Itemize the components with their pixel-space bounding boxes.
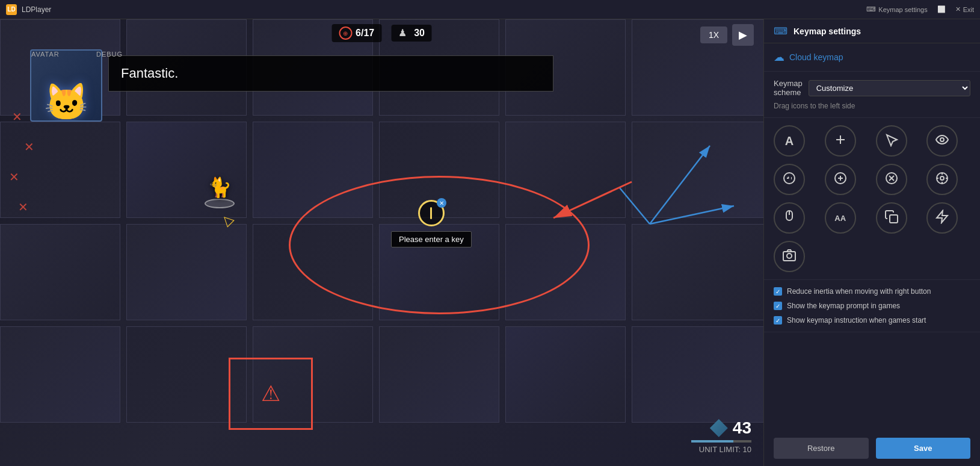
title-bar-left: LD LDPlayer bbox=[6, 4, 51, 15]
checkbox-3-check: ✓ bbox=[775, 317, 780, 324]
text-aa-icon-btn[interactable]: AA bbox=[825, 202, 856, 234]
hand-icon-btn[interactable] bbox=[825, 164, 856, 195]
checkbox-row-3[interactable]: ✓ Show keymap instruction when games sta… bbox=[774, 316, 970, 325]
copy-icon bbox=[884, 210, 899, 227]
plus-icon-btn[interactable] bbox=[825, 125, 856, 157]
scheme-select[interactable]: Customize bbox=[809, 80, 970, 96]
keymap-scheme-section: Keymapscheme Customize Drag icons to the… bbox=[764, 72, 980, 118]
plus-icon bbox=[833, 132, 848, 150]
keymap-settings-title: ⌨ Keymap settings bbox=[866, 5, 927, 13]
checkbox-2-check: ✓ bbox=[775, 303, 780, 309]
exit-icon: ✕ bbox=[955, 5, 961, 13]
panel-footer: Restore Save bbox=[764, 430, 980, 466]
keymap-icon: ⌨ bbox=[866, 5, 876, 13]
checkbox-3[interactable]: ✓ bbox=[774, 316, 782, 325]
enemy-icon: ⊕ bbox=[339, 26, 352, 40]
scheme-row: Keymapscheme Customize bbox=[774, 79, 970, 97]
char-base bbox=[205, 199, 235, 208]
lightning-icon-btn[interactable] bbox=[926, 202, 958, 234]
score-icon: ♟ bbox=[398, 27, 410, 39]
enemy-counter: ⊕ 6/17 bbox=[331, 24, 381, 42]
key-circle-inner bbox=[430, 207, 432, 219]
checkbox-1[interactable]: ✓ bbox=[774, 287, 782, 296]
title-bar-right: ⌨ Keymap settings ⬜ ✕ Exit bbox=[866, 5, 974, 13]
key-close-btn[interactable]: ✕ bbox=[437, 198, 446, 208]
dialogue-box: Fantastic. bbox=[108, 55, 553, 92]
portrait-bg: 🐱 bbox=[30, 49, 102, 122]
svg-point-26 bbox=[787, 253, 792, 258]
gamepad-icon bbox=[782, 171, 797, 188]
checkbox-row-2[interactable]: ✓ Show the keymap prompt in games bbox=[774, 302, 970, 310]
svg-point-10 bbox=[784, 173, 795, 184]
mouse-icon bbox=[782, 210, 797, 227]
cost-bar-fill bbox=[691, 440, 733, 443]
hud-top: ⊕ 6/17 ♟ 30 bbox=[331, 24, 432, 42]
cursor-icon bbox=[884, 132, 899, 150]
cross-swords-icon bbox=[884, 171, 899, 188]
key-prompt-label: Please enter a key bbox=[391, 231, 472, 247]
eye-icon-btn[interactable] bbox=[926, 125, 958, 157]
svg-marker-24 bbox=[937, 211, 948, 223]
cost-bar bbox=[691, 440, 751, 443]
cloud-keymap-section: ☁ Cloud keymap bbox=[764, 43, 980, 72]
restore-button[interactable]: Restore bbox=[774, 438, 869, 459]
checkbox-1-check: ✓ bbox=[775, 288, 780, 295]
speed-1x-btn[interactable]: 1X bbox=[700, 26, 727, 43]
camera-icon-btn[interactable] bbox=[774, 241, 805, 272]
checkbox-row-1[interactable]: ✓ Reduce inertia when moving with right … bbox=[774, 287, 970, 296]
cursor-icon-btn[interactable] bbox=[876, 125, 907, 157]
cloud-keymap-btn[interactable]: ☁ Cloud keymap bbox=[774, 51, 970, 64]
map-character: 🐈 bbox=[205, 176, 235, 208]
exit-btn[interactable]: ✕ Exit bbox=[955, 5, 974, 13]
red-cross-1: ✕ bbox=[12, 110, 22, 124]
bottom-hud: 43 UNIT LIMIT: 10 bbox=[691, 418, 751, 454]
portrait-character: 🐱 bbox=[44, 84, 89, 120]
key-circle[interactable]: ✕ bbox=[418, 200, 445, 226]
panel-title: Keymap settings bbox=[794, 26, 861, 36]
right-panel: ⌨ Keymap settings ☁ Cloud keymap Keymaps… bbox=[763, 19, 980, 466]
camera-icon bbox=[782, 248, 797, 266]
checkbox-1-label: Reduce inertia when moving with right bu… bbox=[787, 287, 931, 296]
unit-limit: UNIT LIMIT: 10 bbox=[691, 445, 751, 454]
cost-icon bbox=[710, 419, 728, 437]
hand-icon bbox=[833, 171, 848, 188]
dialogue-text: Fantastic. bbox=[121, 66, 178, 81]
cloud-keymap-label: Cloud keymap bbox=[789, 52, 843, 62]
checkbox-section: ✓ Reduce inertia when moving with right … bbox=[764, 280, 980, 332]
key-input-popup: ✕ Please enter a key bbox=[391, 200, 472, 247]
scheme-label: Keymapscheme bbox=[774, 79, 803, 97]
char-sprite: 🐈 bbox=[208, 176, 232, 199]
restore-window-btn[interactable]: ⬜ bbox=[937, 5, 946, 13]
restore-icon: ⬜ bbox=[937, 5, 946, 13]
cost-number: 43 bbox=[733, 418, 751, 438]
enemy-count: 6/17 bbox=[356, 28, 374, 39]
icon-grid: A bbox=[764, 118, 980, 280]
gamepad-icon-btn[interactable] bbox=[774, 164, 805, 195]
red-cross-3: ✕ bbox=[9, 170, 19, 184]
checkbox-2[interactable]: ✓ bbox=[774, 302, 782, 310]
cross-swords-icon-btn[interactable] bbox=[876, 164, 907, 195]
copy-icon-btn[interactable] bbox=[876, 202, 907, 234]
save-button[interactable]: Save bbox=[876, 438, 971, 459]
svg-point-9 bbox=[940, 138, 944, 141]
app-logo: LD bbox=[6, 4, 17, 15]
score-display: ♟ 30 bbox=[391, 25, 432, 42]
text-a-icon: A bbox=[785, 134, 794, 148]
play-btn[interactable]: ▶ bbox=[732, 24, 754, 46]
app-title: LDPlayer bbox=[22, 5, 51, 14]
scope-icon-btn[interactable] bbox=[926, 164, 958, 195]
game-area: AVATAR DEBUG 🐱 Fantastic. ⊕ 6/17 ♟ 30 1X bbox=[0, 19, 763, 466]
svg-point-16 bbox=[940, 176, 944, 180]
panel-header: ⌨ Keymap settings bbox=[764, 19, 980, 43]
warning-box: ⚠ bbox=[229, 358, 313, 430]
eye-icon bbox=[935, 132, 949, 150]
drag-hint: Drag icons to the left side bbox=[774, 102, 970, 110]
red-cross-2: ✕ bbox=[24, 140, 34, 154]
text-a-icon-btn[interactable]: A bbox=[774, 125, 805, 157]
text-aa-icon: AA bbox=[834, 214, 846, 223]
keymap-header-icon: ⌨ bbox=[774, 25, 787, 37]
debug-label: DEBUG bbox=[96, 51, 123, 58]
character-portrait: 🐱 bbox=[30, 49, 102, 122]
mouse-icon-btn[interactable] bbox=[774, 202, 805, 234]
main-content: AVATAR DEBUG 🐱 Fantastic. ⊕ 6/17 ♟ 30 1X bbox=[0, 19, 980, 466]
